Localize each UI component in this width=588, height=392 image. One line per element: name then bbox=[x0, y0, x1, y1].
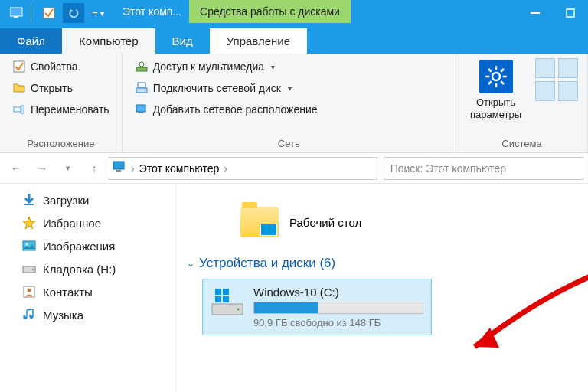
ribbon-group-network: Доступ к мультимедиа▾ Подключить сетевой… bbox=[122, 54, 456, 152]
maximize-button[interactable] bbox=[553, 0, 588, 26]
svg-rect-23 bbox=[113, 162, 124, 169]
media-access-label: Доступ к мультимедиа bbox=[153, 60, 264, 73]
drive-info: Windows-10 (C:) 90,9 ГБ свободно из 148 … bbox=[253, 286, 423, 328]
sidebar-item-downloads[interactable]: Загрузки bbox=[3, 188, 172, 211]
svg-rect-39 bbox=[223, 296, 229, 302]
address-bar[interactable]: › Этот компьютер › bbox=[109, 157, 377, 180]
add-network-location-label: Добавить сетевое расположение bbox=[153, 103, 318, 116]
properties-button[interactable]: Свойства bbox=[9, 58, 113, 75]
drive-item-c[interactable]: Windows-10 (C:) 90,9 ГБ свободно из 148 … bbox=[202, 279, 432, 335]
svg-point-31 bbox=[28, 289, 31, 292]
ribbon: Свойства Открыть Переименовать Расположе… bbox=[0, 54, 588, 153]
svg-rect-25 bbox=[24, 204, 34, 205]
map-network-drive-label: Подключить сетевой диск bbox=[153, 82, 281, 94]
svg-rect-13 bbox=[139, 112, 143, 113]
svg-rect-26 bbox=[23, 241, 35, 250]
breadcrumb-this-pc[interactable]: Этот компьютер bbox=[139, 162, 220, 175]
rename-button[interactable]: Переименовать bbox=[9, 101, 113, 118]
svg-rect-4 bbox=[567, 9, 574, 17]
system-menu-icon[interactable] bbox=[6, 3, 28, 23]
star-icon bbox=[21, 215, 37, 230]
contextual-tab-drive-tools[interactable]: Средства работы с дисками bbox=[189, 0, 351, 23]
svg-line-21 bbox=[488, 81, 492, 84]
properties-label: Свойства bbox=[31, 60, 77, 73]
qat-undo-icon[interactable] bbox=[63, 3, 84, 23]
system-btn-4[interactable] bbox=[558, 81, 578, 101]
back-button[interactable]: ← bbox=[5, 157, 28, 180]
map-network-drive-button[interactable]: Подключить сетевой диск▾ bbox=[132, 80, 321, 96]
sidebar-item-pictures[interactable]: Изображения bbox=[3, 234, 172, 257]
svg-rect-1 bbox=[14, 16, 18, 18]
navigation-pane: Загрузки Избранное Изображения Кладовка … bbox=[0, 184, 176, 392]
music-icon bbox=[21, 307, 37, 322]
svg-line-22 bbox=[501, 69, 504, 72]
minimize-button[interactable] bbox=[518, 0, 553, 26]
address-separator-1: › bbox=[131, 162, 135, 175]
drive-name: Windows-10 (C:) bbox=[253, 286, 423, 299]
svg-line-19 bbox=[488, 69, 492, 72]
svg-rect-8 bbox=[136, 67, 147, 71]
system-small-buttons bbox=[535, 58, 578, 101]
address-separator-2: › bbox=[224, 162, 227, 175]
tab-file[interactable]: Файл bbox=[0, 28, 62, 54]
system-btn-3[interactable] bbox=[535, 81, 555, 101]
svg-rect-0 bbox=[10, 8, 22, 16]
devices-section-header[interactable]: ⌄ Устройства и диски (6) bbox=[187, 256, 577, 271]
svg-point-29 bbox=[32, 269, 34, 270]
sidebar-label: Контакты bbox=[43, 286, 93, 299]
rename-label: Переименовать bbox=[31, 103, 109, 116]
folder-open-icon bbox=[12, 81, 26, 95]
contacts-icon bbox=[21, 284, 37, 299]
sidebar-item-favorites[interactable]: Избранное bbox=[3, 211, 172, 234]
svg-point-9 bbox=[139, 62, 144, 67]
sidebar-item-contacts[interactable]: Контакты bbox=[3, 280, 172, 303]
svg-rect-37 bbox=[223, 289, 229, 295]
sidebar-item-kladovka[interactable]: Кладовка (H:) bbox=[3, 257, 172, 280]
open-settings-button[interactable]: Открыть параметры bbox=[466, 58, 526, 122]
search-placeholder: Поиск: Этот компьютер bbox=[390, 162, 506, 175]
chevron-down-icon: ⌄ bbox=[187, 258, 194, 269]
group-label-network: Сеть bbox=[132, 135, 446, 149]
tab-manage[interactable]: Управление bbox=[210, 28, 307, 54]
ribbon-group-system: Открыть параметры Система bbox=[456, 54, 588, 152]
media-icon bbox=[135, 60, 149, 74]
quick-access-toolbar: =▾ bbox=[0, 0, 115, 26]
sidebar-label: Избранное bbox=[43, 217, 101, 230]
system-btn-1[interactable] bbox=[535, 58, 555, 78]
open-button[interactable]: Открыть bbox=[9, 80, 113, 96]
tab-view[interactable]: Вид bbox=[155, 28, 210, 54]
recent-locations-button[interactable]: ▾ bbox=[57, 157, 80, 180]
folder-label: Рабочий стол bbox=[289, 216, 361, 229]
netdrive-icon bbox=[135, 81, 149, 95]
gear-icon bbox=[479, 60, 513, 93]
svg-rect-12 bbox=[136, 105, 145, 112]
navigation-bar: ← → ▾ ↑ › Этот компьютер › Поиск: Этот к… bbox=[0, 153, 588, 184]
add-network-location-button[interactable]: Добавить сетевое расположение bbox=[132, 101, 321, 118]
titlebar: =▾ Этот комп... Средства работы с дискам… bbox=[0, 0, 588, 26]
system-btn-2[interactable] bbox=[558, 58, 578, 78]
desktop-folder-icon bbox=[240, 207, 279, 237]
tab-computer[interactable]: Компьютер bbox=[62, 28, 155, 54]
qat-customize-icon[interactable]: =▾ bbox=[87, 3, 109, 23]
content-area: Загрузки Избранное Изображения Кладовка … bbox=[0, 184, 588, 392]
svg-point-32 bbox=[24, 316, 27, 319]
svg-rect-11 bbox=[138, 83, 145, 87]
qat-separator bbox=[31, 3, 35, 23]
svg-point-33 bbox=[30, 315, 33, 318]
svg-line-20 bbox=[501, 81, 504, 84]
folder-item-desktop[interactable]: Рабочий стол bbox=[240, 207, 577, 237]
sidebar-label: Кладовка (H:) bbox=[43, 263, 116, 276]
ribbon-group-location: Свойства Открыть Переименовать Расположе… bbox=[0, 54, 122, 152]
up-button[interactable]: ↑ bbox=[83, 157, 106, 180]
media-access-button[interactable]: Доступ к мультимедиа▾ bbox=[132, 58, 321, 75]
ribbon-tabs: Файл Компьютер Вид Управление bbox=[0, 26, 588, 54]
downloads-icon bbox=[21, 192, 37, 207]
forward-button[interactable]: → bbox=[31, 157, 54, 180]
annotation-arrow bbox=[444, 259, 588, 374]
main-pane: Рабочий стол ⌄ Устройства и диски (6) Wi… bbox=[176, 184, 588, 392]
search-box[interactable]: Поиск: Этот компьютер bbox=[384, 157, 583, 180]
qat-properties-icon[interactable] bbox=[38, 3, 60, 23]
svg-point-35 bbox=[237, 309, 240, 311]
sidebar-item-music[interactable]: Музыка bbox=[3, 303, 172, 326]
sidebar-label: Музыка bbox=[43, 309, 83, 322]
